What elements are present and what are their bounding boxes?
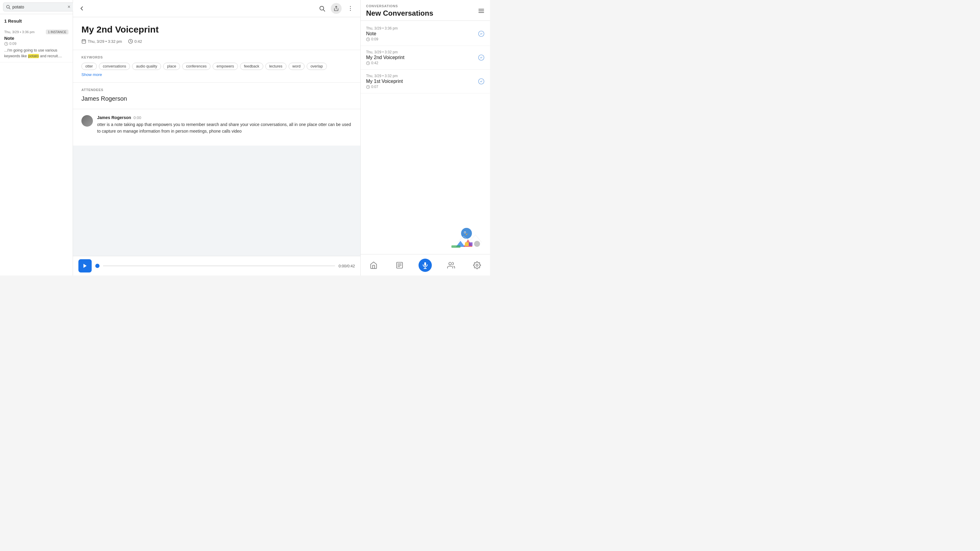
progress-bar[interactable] — [103, 265, 335, 266]
transcript-section: James Rogerson 0:00 otter is a note taki… — [73, 109, 360, 146]
nav-record-button[interactable] — [412, 257, 438, 274]
record-icon-circle — [418, 259, 432, 272]
conv-date-1: Thu, 3/29 • 3:36 pm — [366, 26, 475, 30]
conversation-info-3: Thu, 3/29 • 3:32 pm My 1st Voiceprint 0:… — [366, 74, 475, 89]
search-header-button[interactable] — [318, 4, 326, 13]
clock-meta-icon — [128, 39, 133, 44]
keywords-section: KEYWORDS otter conversations audio quali… — [73, 50, 360, 83]
share-button[interactable] — [331, 3, 342, 14]
svg-point-6 — [350, 6, 351, 7]
check-icon-1 — [478, 30, 485, 37]
more-options-button[interactable] — [346, 4, 355, 13]
meta-duration-value: 0:42 — [135, 39, 142, 44]
clear-search-button[interactable]: × — [67, 4, 71, 10]
result-duration-value: 0:09 — [10, 41, 16, 46]
conversation-info-2: Thu, 3/29 • 3:32 pm My 2nd Voiceprint 0:… — [366, 50, 475, 65]
keywords-label: KEYWORDS — [81, 56, 352, 59]
nav-settings-button[interactable] — [464, 257, 490, 274]
conv-date-3: Thu, 3/29 • 3:32 pm — [366, 74, 475, 78]
clock-conv-icon-1 — [366, 37, 370, 41]
conversation-item-note[interactable]: Thu, 3/29 • 3:36 pm Note 0:09 — [361, 22, 490, 46]
conv-title-2: My 2nd Voiceprint — [366, 55, 475, 60]
home-icon — [370, 261, 377, 269]
more-options-icon — [347, 5, 354, 12]
clock-icon — [4, 42, 8, 46]
svg-rect-30 — [465, 242, 469, 246]
svg-line-4 — [323, 10, 325, 11]
speaker-name: James Rogerson — [97, 115, 131, 120]
keyword-otter[interactable]: otter — [81, 63, 97, 70]
menu-lines-icon — [478, 8, 485, 14]
keyword-lectures[interactable]: lectures — [266, 63, 286, 70]
show-more-button[interactable]: Show more — [81, 70, 102, 77]
conv-duration-2: 0:42 — [366, 61, 475, 65]
search-panel: × Cancel 1 Result Thu, 3/29 • 3:36 pm 1 … — [0, 0, 73, 275]
keyword-conferences[interactable]: conferences — [182, 63, 210, 70]
svg-point-41 — [476, 264, 478, 267]
nav-home-button[interactable] — [361, 257, 387, 274]
svg-point-29 — [474, 241, 480, 247]
bottom-nav — [361, 254, 490, 275]
result-title: Note — [4, 36, 68, 41]
conversation-info: Thu, 3/29 • 3:36 pm Note 0:09 — [366, 26, 475, 41]
snippet-after: and recruit.... — [39, 54, 62, 58]
share-icon — [334, 6, 339, 11]
mascot-area — [361, 223, 490, 254]
result-duration: 0:09 — [4, 41, 68, 46]
conversations-menu-button[interactable] — [478, 8, 485, 14]
mascot-illustration — [449, 226, 485, 250]
middle-header — [73, 0, 360, 17]
conversation-item-voiceprint2[interactable]: Thu, 3/29 • 3:32 pm My 2nd Voiceprint 0:… — [361, 46, 490, 70]
voiceprint-title: My 2nd Voiceprint — [81, 24, 352, 35]
svg-rect-9 — [82, 40, 86, 43]
keyword-word[interactable]: word — [289, 63, 305, 70]
svg-point-7 — [350, 8, 351, 9]
check-icon-3 — [478, 78, 485, 85]
keyword-feedback[interactable]: feedback — [240, 63, 263, 70]
conversation-item-voiceprint1[interactable]: Thu, 3/29 • 3:32 pm My 1st Voiceprint 0:… — [361, 70, 490, 94]
conversation-list: Thu, 3/29 • 3:36 pm Note 0:09 Thu, 3/29 … — [361, 21, 490, 223]
transcript-speaker: James Rogerson 0:00 — [97, 115, 141, 120]
keyword-conversations[interactable]: conversations — [99, 63, 130, 70]
voiceprint-meta: Thu, 3/29 • 3:32 pm 0:42 — [81, 39, 352, 44]
nav-conversations-button[interactable] — [387, 257, 412, 274]
conv-date-2: Thu, 3/29 • 3:32 pm — [366, 50, 475, 54]
conv-duration-value-2: 0:42 — [371, 61, 378, 65]
avatar-image — [81, 115, 93, 127]
search-result-item[interactable]: Thu, 3/29 • 3:36 pm 1 INSTANCE Note 0:09… — [0, 27, 73, 62]
right-panel-title: New Conversations — [366, 9, 433, 17]
instance-badge: 1 INSTANCE — [46, 30, 68, 34]
settings-icon — [473, 261, 481, 269]
play-button[interactable] — [78, 259, 92, 273]
contacts-icon — [447, 261, 455, 269]
transcript-text: otter is a note taking app that empowers… — [97, 121, 352, 135]
results-count: 1 Result — [0, 14, 73, 27]
keyword-overlap[interactable]: overlap — [307, 63, 327, 70]
keyword-empowers[interactable]: empowers — [213, 63, 238, 70]
clock-conv-icon-2 — [366, 61, 370, 65]
meta-date: Thu, 3/29 • 3:32 pm — [81, 39, 122, 44]
svg-point-26 — [465, 232, 466, 233]
play-icon — [82, 263, 88, 268]
check-icon-2 — [478, 54, 485, 61]
nav-contacts-button[interactable] — [438, 257, 464, 274]
result-snippet: ...I'm going going to use various keywor… — [4, 48, 68, 59]
conv-duration-3: 0:07 — [366, 85, 475, 89]
keyword-place[interactable]: place — [163, 63, 180, 70]
right-panel: CONVERSATIONS New Conversations Thu, 3/2… — [360, 0, 490, 275]
back-button[interactable] — [78, 5, 85, 12]
transcript-entry: James Rogerson 0:00 otter is a note taki… — [81, 115, 352, 135]
progress-dot — [95, 264, 100, 268]
player-bar: 0:00/0:42 — [73, 256, 360, 275]
svg-point-40 — [449, 262, 452, 265]
search-input[interactable] — [12, 5, 65, 10]
keyword-audio-quality[interactable]: audio quality — [132, 63, 161, 70]
svg-rect-37 — [424, 262, 426, 266]
attendees-section: ATTENDEES James Rogerson — [73, 83, 360, 109]
svg-line-1 — [9, 8, 10, 9]
attendees-name: James Rogerson — [81, 95, 352, 102]
right-header-title-area: CONVERSATIONS New Conversations — [366, 4, 433, 17]
conv-duration-value-3: 0:07 — [371, 85, 378, 89]
meta-duration: 0:42 — [128, 39, 142, 44]
svg-point-8 — [350, 10, 351, 11]
